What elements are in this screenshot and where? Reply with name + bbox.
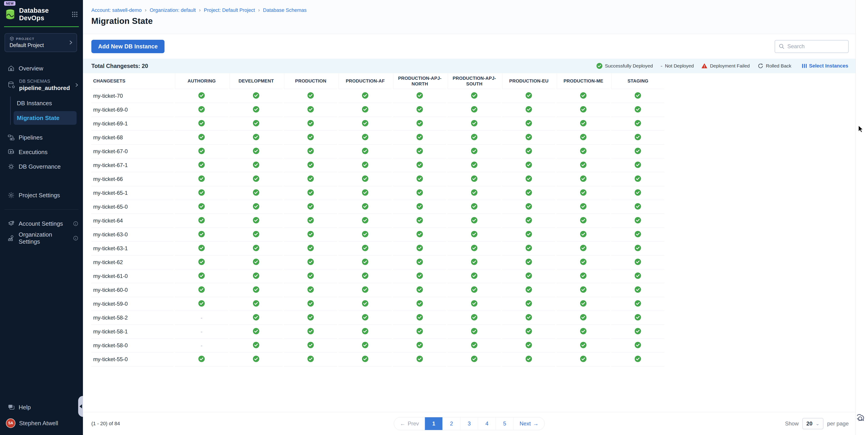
status-cell-deployed bbox=[557, 158, 610, 172]
new-badge: NEW bbox=[4, 1, 16, 6]
table-row[interactable]: my-ticket-65-0 bbox=[91, 200, 664, 214]
success-check-icon bbox=[307, 148, 314, 154]
sidebar-item-db-schemas[interactable]: DB SCHEMAS pipeline_authored bbox=[0, 76, 83, 94]
success-check-icon bbox=[526, 162, 532, 168]
success-check-icon bbox=[634, 300, 641, 307]
breadcrumb-account-link[interactable]: Account: satwell-demo bbox=[91, 7, 142, 13]
table-row[interactable]: my-ticket-60-0 bbox=[91, 283, 664, 297]
status-cell-deployed bbox=[502, 214, 555, 228]
success-check-icon bbox=[362, 176, 368, 182]
breadcrumb-project-link[interactable]: Project: Default Project bbox=[204, 7, 255, 13]
breadcrumb-database-schemas-link[interactable]: Database Schemas bbox=[263, 7, 307, 13]
sidebar-item-migration-state[interactable]: Migration State bbox=[13, 111, 76, 125]
success-check-icon bbox=[471, 245, 477, 251]
search-input[interactable] bbox=[787, 43, 845, 50]
status-cell-deployed bbox=[175, 172, 228, 186]
success-check-icon bbox=[198, 231, 205, 237]
page-button-5[interactable]: 5 bbox=[496, 417, 514, 430]
success-check-icon bbox=[416, 286, 423, 293]
status-cell-deployed bbox=[502, 103, 555, 117]
table-row[interactable]: my-ticket-58-0 - bbox=[91, 339, 664, 352]
success-check-icon bbox=[416, 314, 423, 320]
success-check-icon bbox=[526, 203, 532, 210]
table-row[interactable]: my-ticket-67-1 bbox=[91, 158, 664, 172]
page-button-3[interactable]: 3 bbox=[460, 417, 478, 430]
success-check-icon bbox=[580, 328, 586, 334]
sidebar-item-executions[interactable]: Executions bbox=[0, 145, 83, 159]
select-instances-link[interactable]: Select Instances bbox=[802, 63, 848, 69]
table-row[interactable]: my-ticket-58-1 - bbox=[91, 325, 664, 339]
next-page-button[interactable]: Next → bbox=[514, 417, 545, 430]
table-row[interactable]: my-ticket-58-2 - bbox=[91, 311, 664, 325]
column-header-production: PRODUCTION bbox=[284, 73, 337, 89]
sidebar-item-db-governance[interactable]: DB Governance bbox=[0, 159, 83, 174]
page-button-2[interactable]: 2 bbox=[443, 417, 460, 430]
sidebar-collapse-button[interactable] bbox=[78, 396, 83, 417]
page-button-4[interactable]: 4 bbox=[478, 417, 496, 430]
sidebar-item-organization-settings[interactable]: Organization Settings bbox=[0, 231, 83, 245]
table-row[interactable]: my-ticket-62 bbox=[91, 255, 664, 269]
user-name: Stephen Atwell bbox=[19, 420, 58, 427]
success-check-icon bbox=[526, 106, 532, 113]
page-size-select[interactable]: 20 ⌄ bbox=[802, 418, 824, 429]
table-row[interactable]: my-ticket-64 bbox=[91, 214, 664, 228]
search-icon bbox=[779, 43, 785, 49]
project-selector[interactable]: PROJECT Default Project bbox=[4, 33, 77, 52]
sidebar-item-pipelines[interactable]: Pipelines bbox=[0, 130, 83, 145]
success-check-icon bbox=[526, 356, 532, 362]
success-check-icon bbox=[634, 259, 641, 265]
table-row[interactable]: my-ticket-61-0 bbox=[91, 269, 664, 283]
prev-page-button[interactable]: ← Prev bbox=[394, 417, 425, 430]
sidebar-item-overview[interactable]: Overview bbox=[0, 61, 83, 76]
status-cell-deployed bbox=[447, 103, 501, 117]
table-row[interactable]: my-ticket-55-0 bbox=[91, 352, 664, 366]
table-row[interactable]: my-ticket-59-0 bbox=[91, 297, 664, 311]
status-cell-deployed bbox=[611, 339, 664, 352]
select-instances-label: Select Instances bbox=[809, 63, 848, 69]
status-cell-deployed bbox=[611, 186, 664, 200]
status-cell-deployed bbox=[557, 103, 610, 117]
sidebar-item-help[interactable]: ? Help bbox=[0, 400, 83, 414]
table-row[interactable]: my-ticket-68 bbox=[91, 131, 664, 145]
success-check-icon bbox=[198, 217, 205, 223]
app-switcher-grid-icon[interactable] bbox=[71, 11, 78, 18]
table-row[interactable]: my-ticket-67-0 bbox=[91, 145, 664, 158]
sidebar-item-project-settings[interactable]: Project Settings bbox=[0, 188, 83, 203]
success-check-icon bbox=[307, 286, 314, 293]
success-check-icon bbox=[471, 203, 477, 210]
chat-widget-icon[interactable] bbox=[857, 414, 867, 423]
sidebar-item-db-instances[interactable]: DB Instances bbox=[11, 97, 83, 110]
success-check-icon bbox=[580, 300, 586, 307]
table-row[interactable]: my-ticket-63-1 bbox=[91, 242, 664, 255]
status-cell-deployed bbox=[339, 325, 392, 339]
status-legend: Successfully Deployed - Not Deployed Dep… bbox=[596, 63, 848, 69]
success-check-icon bbox=[307, 176, 314, 182]
sidebar-item-account-settings[interactable]: Account Settings bbox=[0, 216, 83, 231]
status-cell-deployed bbox=[339, 269, 392, 283]
table-row[interactable]: my-ticket-65-1 bbox=[91, 186, 664, 200]
legend-label: Successfully Deployed bbox=[605, 63, 653, 69]
success-check-icon bbox=[471, 217, 477, 223]
status-cell-deployed bbox=[611, 117, 664, 131]
success-check-icon bbox=[198, 300, 205, 307]
status-cell-deployed bbox=[557, 89, 610, 103]
status-cell-deployed bbox=[557, 117, 610, 131]
table-row[interactable]: my-ticket-69-0 bbox=[91, 103, 664, 117]
table-row[interactable]: my-ticket-70 bbox=[91, 89, 664, 103]
page-button-1[interactable]: 1 bbox=[425, 417, 443, 430]
table-row[interactable]: my-ticket-63-0 bbox=[91, 228, 664, 242]
table-row[interactable]: my-ticket-66 bbox=[91, 172, 664, 186]
success-check-icon bbox=[416, 273, 423, 279]
legend-label: Rolled Back bbox=[766, 63, 792, 69]
success-check-icon bbox=[416, 106, 423, 113]
status-cell-deployed bbox=[447, 214, 501, 228]
status-cell-deployed bbox=[284, 283, 337, 297]
add-new-db-instance-button[interactable]: Add New DB Instance bbox=[91, 40, 164, 53]
status-cell-deployed bbox=[557, 214, 610, 228]
status-cell-deployed bbox=[175, 352, 228, 366]
success-check-icon bbox=[471, 314, 477, 320]
info-circle-icon bbox=[73, 236, 79, 241]
breadcrumb-organization-link[interactable]: Organization: default bbox=[150, 7, 196, 13]
user-menu[interactable]: SA Stephen Atwell bbox=[0, 414, 83, 432]
table-row[interactable]: my-ticket-69-1 bbox=[91, 117, 664, 131]
